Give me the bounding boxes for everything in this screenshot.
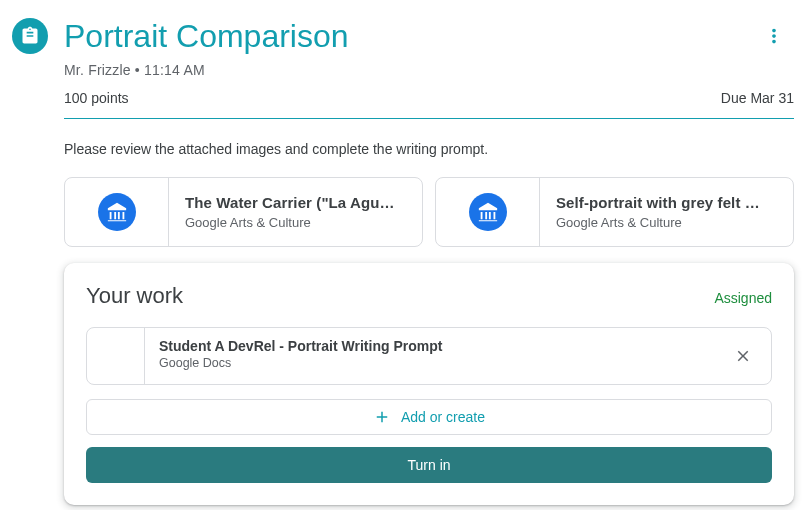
add-or-create-label: Add or create xyxy=(401,409,485,425)
plus-icon xyxy=(373,408,391,426)
work-file-title: Student A DevRel - Portrait Writing Prom… xyxy=(159,338,701,354)
assignment-time: 11:14 AM xyxy=(144,62,205,78)
your-work-card: Your work Assigned Student A DevRel - Po… xyxy=(64,263,794,505)
more-options-button[interactable] xyxy=(754,16,794,56)
attachment-thumbnail xyxy=(436,178,540,246)
work-file-card[interactable]: Student A DevRel - Portrait Writing Prom… xyxy=(86,327,772,385)
assignment-author: Mr. Frizzle xyxy=(64,62,131,78)
work-status-badge: Assigned xyxy=(714,290,772,306)
more-vert-icon xyxy=(763,25,785,47)
due-label: Due Mar 31 xyxy=(721,90,794,106)
attachment-title: The Water Carrier ("La Agu… xyxy=(185,194,395,211)
work-file-thumbnail xyxy=(87,328,145,384)
header-divider xyxy=(64,118,794,119)
turn-in-button[interactable]: Turn in xyxy=(86,447,772,483)
museum-icon xyxy=(98,193,136,231)
close-icon xyxy=(734,347,752,365)
your-work-header: Your work xyxy=(86,283,183,309)
instructions-text: Please review the attached images and co… xyxy=(64,141,794,157)
attachment-title: Self-portrait with grey felt … xyxy=(556,194,760,211)
add-or-create-button[interactable]: Add or create xyxy=(86,399,772,435)
remove-file-button[interactable] xyxy=(715,328,771,384)
points-label: 100 points xyxy=(64,90,129,106)
attachment-card[interactable]: Self-portrait with grey felt … Google Ar… xyxy=(435,177,794,247)
attachment-source: Google Arts & Culture xyxy=(556,215,760,230)
assignment-title: Portrait Comparison xyxy=(64,16,754,56)
work-file-source: Google Docs xyxy=(159,356,701,370)
attachment-source: Google Arts & Culture xyxy=(185,215,395,230)
attachment-thumbnail xyxy=(65,178,169,246)
assignment-byline: Mr. Frizzle • 11:14 AM xyxy=(64,62,794,78)
attachment-card[interactable]: The Water Carrier ("La Agu… Google Arts … xyxy=(64,177,423,247)
museum-icon xyxy=(469,193,507,231)
assignment-icon xyxy=(12,18,48,54)
